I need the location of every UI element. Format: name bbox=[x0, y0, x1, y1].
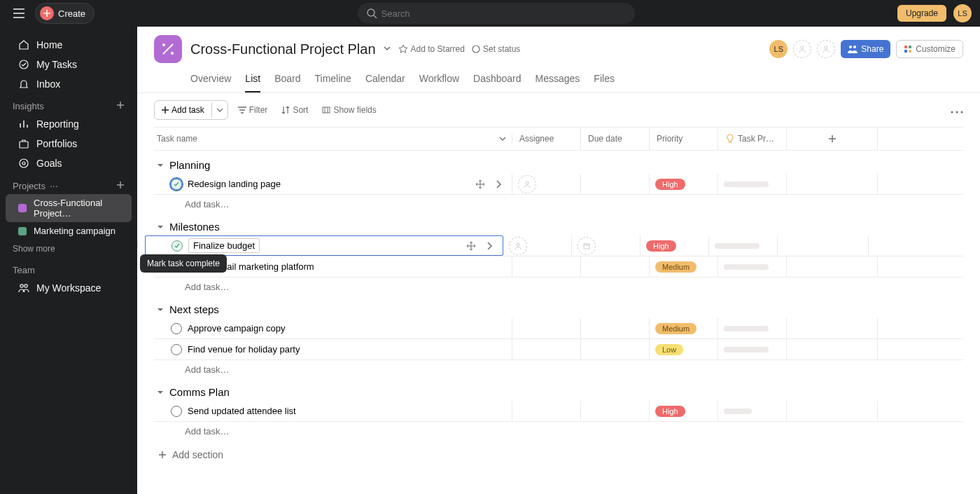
sidebar-item-home[interactable]: Home bbox=[6, 35, 132, 55]
chevron-down-icon[interactable] bbox=[499, 135, 506, 142]
set-status-button[interactable]: Set status bbox=[472, 44, 520, 54]
add-task-row[interactable]: Add task… bbox=[154, 277, 963, 295]
section-header[interactable]: Planning bbox=[154, 151, 963, 174]
sidebar-item-my-tasks[interactable]: My Tasks bbox=[6, 55, 132, 74]
add-task-dropdown-button[interactable] bbox=[212, 101, 227, 119]
projects-menu-button[interactable]: ··· bbox=[50, 180, 58, 191]
due-date-cell[interactable] bbox=[581, 339, 650, 359]
add-column-button[interactable] bbox=[787, 128, 878, 150]
assignee-cell[interactable] bbox=[512, 174, 581, 194]
sidebar-project-item[interactable]: Cross-Functional Project… bbox=[6, 194, 132, 222]
member-avatar[interactable]: LS bbox=[769, 40, 788, 58]
progress-cell[interactable] bbox=[718, 401, 787, 421]
assignee-cell[interactable] bbox=[503, 235, 572, 256]
complete-checkbox[interactable] bbox=[171, 179, 182, 190]
create-button[interactable]: Create bbox=[35, 3, 94, 24]
progress-cell[interactable] bbox=[709, 235, 778, 256]
complete-checkbox[interactable] bbox=[171, 323, 182, 334]
priority-cell[interactable]: Low bbox=[650, 339, 718, 359]
svg-point-19 bbox=[951, 111, 953, 114]
due-date-cell[interactable] bbox=[581, 318, 650, 338]
add-task-button[interactable]: Add task bbox=[155, 102, 212, 118]
section-header[interactable]: Milestones bbox=[154, 212, 963, 235]
customize-button[interactable]: Customize bbox=[896, 40, 963, 58]
tab-board[interactable]: Board bbox=[274, 67, 300, 92]
tab-dashboard[interactable]: Dashboard bbox=[473, 67, 522, 92]
add-task-row[interactable]: Add task… bbox=[154, 422, 963, 439]
sidebar-item-portfolios[interactable]: Portfolios bbox=[6, 134, 132, 153]
task-row[interactable]: Redesign landing pageHigh bbox=[154, 174, 963, 195]
progress-cell[interactable] bbox=[718, 256, 787, 277]
assignee-cell[interactable] bbox=[512, 401, 581, 421]
show-fields-button[interactable]: Show fields bbox=[318, 102, 380, 118]
tab-files[interactable]: Files bbox=[594, 67, 615, 92]
add-member-placeholder[interactable] bbox=[817, 40, 835, 58]
tab-calendar[interactable]: Calendar bbox=[365, 67, 405, 92]
col-task-name[interactable]: Task name bbox=[157, 134, 197, 144]
tab-workflow[interactable]: Workflow bbox=[419, 67, 459, 92]
priority-cell[interactable]: Medium bbox=[650, 256, 718, 277]
task-row[interactable]: Find venue for holiday partyLow bbox=[154, 339, 963, 360]
add-member-placeholder[interactable] bbox=[793, 40, 811, 58]
add-task-row[interactable]: Add task… bbox=[154, 195, 963, 212]
assignee-cell[interactable] bbox=[512, 339, 581, 359]
sidebar-item-goals[interactable]: Goals bbox=[6, 153, 132, 173]
section-header[interactable]: Comms Plan bbox=[154, 378, 963, 401]
project-dropdown-button[interactable] bbox=[383, 43, 391, 55]
open-details-icon[interactable] bbox=[491, 177, 506, 192]
add-task-row[interactable]: Add task… bbox=[154, 360, 963, 378]
due-date-cell[interactable] bbox=[581, 256, 650, 277]
task-row[interactable]: ⠿Finalize budgetHigh bbox=[154, 235, 963, 256]
svg-point-4 bbox=[22, 162, 25, 165]
move-icon[interactable] bbox=[472, 177, 488, 192]
complete-checkbox[interactable] bbox=[171, 344, 182, 355]
col-priority[interactable]: Priority bbox=[650, 128, 718, 150]
sidebar-item-inbox[interactable]: Inbox bbox=[6, 74, 132, 94]
hamburger-menu-button[interactable] bbox=[8, 3, 29, 24]
search-input[interactable] bbox=[358, 3, 635, 24]
assignee-cell[interactable] bbox=[512, 318, 581, 338]
sort-button[interactable]: Sort bbox=[277, 102, 312, 118]
sidebar-item-reporting[interactable]: Reporting bbox=[6, 114, 132, 134]
svg-point-21 bbox=[961, 111, 963, 114]
tab-overview[interactable]: Overview bbox=[190, 67, 231, 92]
due-date-cell[interactable] bbox=[572, 235, 640, 256]
filter-button[interactable]: Filter bbox=[234, 102, 272, 118]
priority-cell[interactable]: Medium bbox=[650, 318, 718, 338]
col-assignee[interactable]: Assignee bbox=[512, 128, 581, 150]
upgrade-button[interactable]: Upgrade bbox=[897, 5, 946, 22]
move-icon[interactable] bbox=[463, 238, 479, 254]
complete-checkbox[interactable] bbox=[172, 240, 183, 252]
assignee-cell[interactable] bbox=[512, 256, 581, 277]
priority-cell[interactable]: High bbox=[640, 235, 709, 256]
add-insight-button[interactable] bbox=[116, 101, 125, 111]
priority-cell[interactable]: High bbox=[650, 174, 718, 194]
sidebar-project-item[interactable]: Marketing campaign bbox=[6, 222, 132, 240]
progress-cell[interactable] bbox=[718, 174, 787, 194]
open-details-icon[interactable] bbox=[482, 238, 497, 254]
task-row[interactable]: Approve campaign copyMedium bbox=[154, 318, 963, 339]
task-row[interactable]: e new email marketing platformMedium bbox=[154, 256, 963, 277]
progress-cell[interactable] bbox=[718, 339, 787, 359]
tab-messages[interactable]: Messages bbox=[536, 67, 580, 92]
show-more-projects[interactable]: Show more bbox=[0, 240, 137, 258]
toolbar-more-button[interactable] bbox=[951, 104, 963, 116]
task-row[interactable]: Send updated attendee listHigh bbox=[154, 401, 963, 422]
col-due-date[interactable]: Due date bbox=[581, 128, 650, 150]
add-to-starred-button[interactable]: Add to Starred bbox=[398, 44, 465, 54]
complete-checkbox[interactable] bbox=[171, 406, 182, 417]
due-date-cell[interactable] bbox=[581, 401, 650, 421]
due-date-cell[interactable] bbox=[581, 174, 650, 194]
progress-cell[interactable] bbox=[718, 318, 787, 338]
add-project-button[interactable] bbox=[116, 181, 125, 191]
section-header[interactable]: Next steps bbox=[154, 295, 963, 318]
tab-timeline[interactable]: Timeline bbox=[315, 67, 351, 92]
sidebar-item-my-workspace[interactable]: My Workspace bbox=[6, 278, 132, 298]
task-name-input[interactable]: Finalize budget bbox=[188, 238, 260, 253]
col-task-progress[interactable]: Task Pr… bbox=[718, 128, 787, 150]
add-section-button[interactable]: Add section bbox=[154, 439, 963, 460]
user-avatar[interactable]: LS bbox=[953, 4, 972, 22]
tab-list[interactable]: List bbox=[245, 67, 260, 92]
share-button[interactable]: Share bbox=[841, 40, 890, 58]
priority-cell[interactable]: High bbox=[650, 401, 718, 421]
